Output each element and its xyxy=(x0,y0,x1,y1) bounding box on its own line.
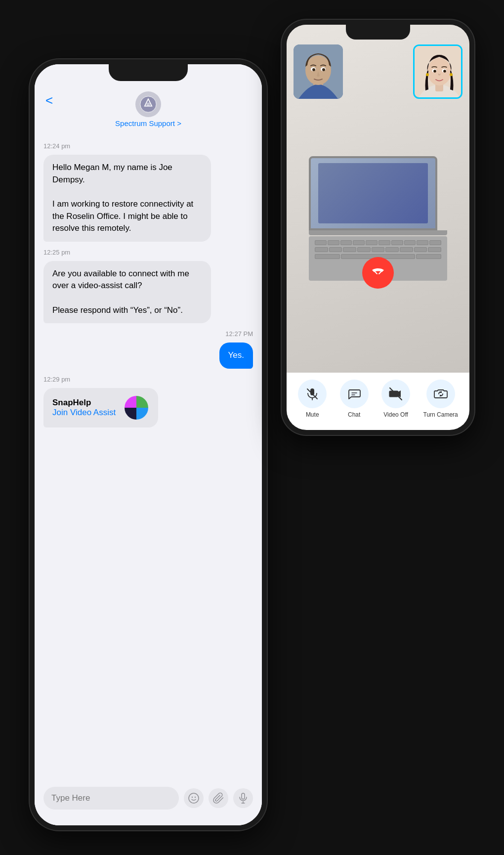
back-button[interactable]: < xyxy=(45,93,53,108)
timestamp-1224: 12:24 pm xyxy=(43,142,253,150)
svg-line-26 xyxy=(375,272,377,274)
chat-button[interactable]: Chat xyxy=(340,380,369,418)
mute-label: Mute xyxy=(306,411,319,418)
power-button xyxy=(265,143,267,173)
mute-icon-circle xyxy=(298,380,327,408)
svg-point-15 xyxy=(312,68,315,71)
emoji-button[interactable] xyxy=(184,788,204,808)
svg-point-24 xyxy=(426,73,429,76)
timestamp-1225: 12:25 pm xyxy=(43,249,253,256)
messages-area: 12:24 pm Hello Megan M, my name is Joe D… xyxy=(35,133,262,781)
video-thumb-female xyxy=(413,44,462,99)
message-bubble-3: Yes. xyxy=(219,342,253,369)
video-thumb-male xyxy=(294,44,343,99)
svg-point-4 xyxy=(189,793,199,803)
phone-right: Mute Chat xyxy=(282,20,474,435)
timestamp-1227: 12:27 PM xyxy=(43,330,253,338)
chat-label: Chat xyxy=(348,411,360,418)
svg-point-22 xyxy=(433,70,436,73)
attachment-button[interactable] xyxy=(209,788,228,808)
contact-name[interactable]: Spectrum Support > xyxy=(115,119,181,128)
video-off-label: Video Off xyxy=(383,411,408,418)
contact-info: Spectrum Support > xyxy=(115,91,181,128)
snaphelp-name: SnapHelp xyxy=(52,398,116,408)
message-input[interactable] xyxy=(43,787,179,810)
end-call-button[interactable] xyxy=(362,257,394,289)
snaphelp-bubble[interactable]: SnapHelp Join Video Assist xyxy=(43,388,158,428)
microphone-button[interactable] xyxy=(233,788,253,808)
message-bubble-1: Hello Megan M, my name is Joe Dempsy. I … xyxy=(43,155,211,242)
chat-screen: < Spectrum Support > 12:24 pm xyxy=(35,64,262,825)
svg-point-19 xyxy=(427,58,451,86)
svg-rect-7 xyxy=(242,793,245,799)
controls-bar: Mute Chat xyxy=(287,373,469,430)
join-video-assist-link[interactable]: Join Video Assist xyxy=(52,408,116,418)
volume-down-button xyxy=(30,157,31,175)
phone-left: < Spectrum Support > 12:24 pm xyxy=(30,59,267,830)
video-area xyxy=(287,25,469,373)
avatar xyxy=(135,91,161,117)
svg-point-5 xyxy=(192,797,193,798)
scene: < Spectrum Support > 12:24 pm xyxy=(30,20,474,835)
turn-camera-icon-circle xyxy=(426,380,455,408)
svg-point-6 xyxy=(195,797,196,798)
svg-point-2 xyxy=(146,102,150,106)
video-off-button[interactable]: Video Off xyxy=(381,380,410,418)
message-bubble-2: Are you available to connect with me ove… xyxy=(43,261,211,324)
snaphelp-text: SnapHelp Join Video Assist xyxy=(52,398,116,418)
silent-switch xyxy=(30,124,31,137)
svg-line-27 xyxy=(379,272,381,274)
timestamp-1229: 12:29 pm xyxy=(43,376,253,383)
volume-up-button xyxy=(30,133,31,151)
svg-point-23 xyxy=(443,70,446,73)
notch-left xyxy=(109,64,188,81)
turn-camera-label: Turn Camera xyxy=(423,411,458,418)
svg-point-25 xyxy=(450,73,453,76)
snaphelp-icon xyxy=(124,395,149,421)
video-off-icon-circle xyxy=(381,380,410,408)
notch-right xyxy=(346,25,410,40)
input-area xyxy=(35,781,262,825)
mute-button[interactable]: Mute xyxy=(298,380,327,418)
chat-icon-circle xyxy=(340,380,369,408)
svg-point-16 xyxy=(322,68,325,71)
turn-camera-button[interactable]: Turn Camera xyxy=(423,380,458,418)
